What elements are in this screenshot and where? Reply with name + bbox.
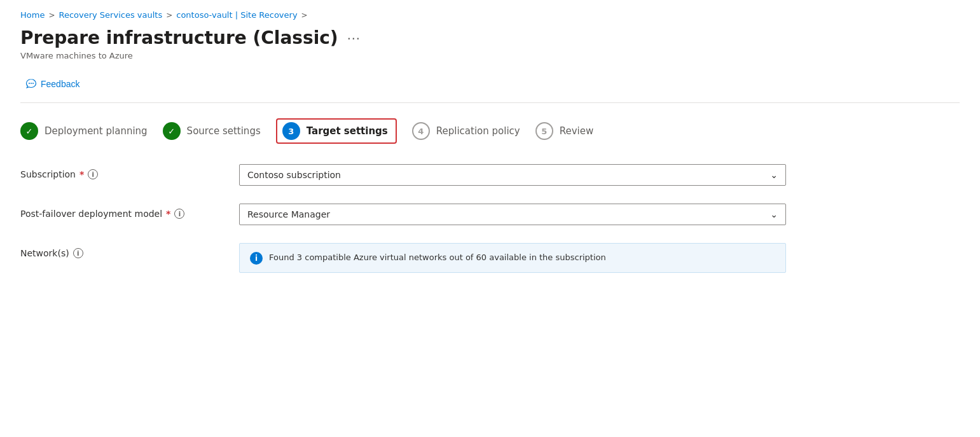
svg-point-1 [31, 83, 32, 84]
step-4-circle: 4 [412, 122, 430, 140]
feedback-icon [25, 78, 37, 90]
subscription-chevron: ⌄ [770, 170, 778, 180]
breadcrumb-sep-1: > [48, 11, 55, 20]
networks-control: i Found 3 compatible Azure virtual netwo… [239, 243, 860, 273]
breadcrumb: Home > Recovery Services vaults > contos… [20, 10, 960, 20]
step-source-settings[interactable]: ✓ Source settings [163, 122, 261, 140]
subscription-row: Subscription * i Contoso subscription ⌄ [20, 164, 860, 186]
toolbar-divider [20, 102, 960, 103]
subscription-label: Subscription * i [20, 164, 224, 179]
page-title-row: Prepare infrastructure (Classic) ··· [20, 27, 960, 48]
subscription-value: Contoso subscription [247, 170, 341, 180]
form-section: Subscription * i Contoso subscription ⌄ … [20, 164, 860, 273]
post-failover-label: Post-failover deployment model * i [20, 204, 224, 219]
wizard-steps: ✓ Deployment planning ✓ Source settings … [20, 118, 960, 144]
post-failover-chevron: ⌄ [770, 209, 778, 219]
post-failover-value: Resource Manager [247, 209, 330, 219]
networks-info-icon[interactable]: i [73, 248, 83, 258]
breadcrumb-contoso-vault[interactable]: contoso-vault | Site Recovery [176, 10, 297, 20]
post-failover-required: * [166, 209, 170, 219]
step-target-settings[interactable]: 3 Target settings [276, 118, 397, 144]
step-deployment-planning[interactable]: ✓ Deployment planning [20, 122, 148, 140]
breadcrumb-home[interactable]: Home [20, 10, 45, 20]
subscription-info-icon[interactable]: i [88, 169, 98, 179]
post-failover-row: Post-failover deployment model * i Resou… [20, 204, 860, 225]
step-3-circle: 3 [282, 122, 300, 140]
toolbar: Feedback [20, 71, 960, 97]
step-5-label: Review [560, 125, 594, 137]
subscription-required: * [79, 169, 84, 179]
step-1-label: Deployment planning [45, 125, 148, 137]
post-failover-control: Resource Manager ⌄ [239, 204, 860, 225]
post-failover-dropdown[interactable]: Resource Manager ⌄ [239, 204, 786, 225]
feedback-button[interactable]: Feedback [20, 76, 85, 92]
step-5-circle: 5 [535, 122, 553, 140]
svg-point-2 [32, 83, 34, 84]
subscription-control: Contoso subscription ⌄ [239, 164, 860, 186]
step-review[interactable]: 5 Review [535, 122, 594, 140]
page-subtitle: VMware machines to Azure [20, 51, 960, 60]
breadcrumb-recovery-vaults[interactable]: Recovery Services vaults [59, 10, 162, 20]
page-title: Prepare infrastructure (Classic) [20, 27, 338, 48]
post-failover-info-icon[interactable]: i [174, 209, 184, 219]
networks-banner-text: Found 3 compatible Azure virtual network… [269, 251, 606, 264]
networks-banner-icon: i [250, 252, 263, 265]
breadcrumb-sep-3: > [301, 11, 308, 20]
step-replication-policy[interactable]: 4 Replication policy [412, 122, 520, 140]
breadcrumb-sep-2: > [166, 11, 172, 20]
step-2-label: Source settings [187, 125, 261, 137]
step-1-circle: ✓ [20, 122, 38, 140]
svg-point-0 [29, 83, 30, 84]
step-4-label: Replication policy [436, 125, 520, 137]
networks-info-banner: i Found 3 compatible Azure virtual netwo… [239, 243, 786, 273]
step-2-circle: ✓ [163, 122, 181, 140]
networks-label: Network(s) i [20, 243, 224, 258]
step-3-label: Target settings [307, 125, 388, 137]
feedback-label: Feedback [41, 79, 79, 89]
ellipsis-menu-button[interactable]: ··· [345, 30, 363, 46]
networks-row: Network(s) i i Found 3 compatible Azure … [20, 243, 860, 273]
subscription-dropdown[interactable]: Contoso subscription ⌄ [239, 164, 786, 186]
